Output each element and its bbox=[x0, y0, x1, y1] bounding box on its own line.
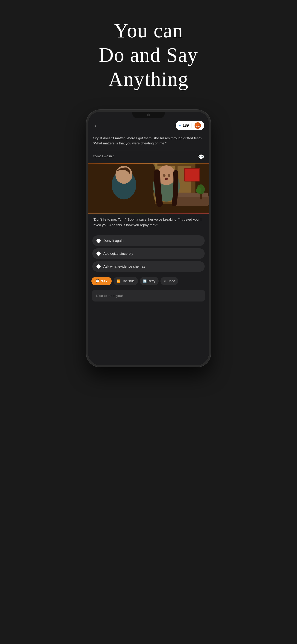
phone-screen: ‹ ♦ 189 🦊 fury. It doesn't matter where … bbox=[88, 112, 209, 365]
speaker-name: Tom: bbox=[93, 154, 101, 158]
hero-title: You can Do and Say Anything bbox=[85, 0, 212, 105]
choice-radio-apologize bbox=[96, 252, 100, 256]
undo-label: Undo bbox=[168, 279, 175, 283]
choice-radio-deny bbox=[96, 238, 100, 243]
divider-1 bbox=[93, 150, 204, 150]
choice-evidence[interactable]: Ask what evidence she has bbox=[92, 261, 205, 272]
phone-notch bbox=[132, 112, 164, 118]
continue-label: Continue bbox=[122, 279, 134, 283]
choice-label-evidence: Ask what evidence she has bbox=[103, 264, 145, 268]
dialogue-content: I wasn't bbox=[101, 154, 114, 158]
choice-radio-evidence bbox=[96, 264, 100, 268]
story-text-block: fury. It doesn't matter where I got them… bbox=[88, 132, 209, 149]
continue-icon: ⏩ bbox=[117, 280, 120, 283]
sophia-dialogue: "Don't lie to me, Tom," Sophia says, her… bbox=[88, 214, 209, 231]
continue-button[interactable]: ⏩ Continue bbox=[114, 277, 138, 285]
back-button[interactable]: ‹ bbox=[93, 122, 98, 130]
retry-label: Retry bbox=[148, 279, 156, 283]
dialogue-text: Tom: I wasn't bbox=[93, 154, 114, 158]
choice-apologize[interactable]: Apologize sincerely bbox=[92, 248, 205, 259]
text-input-area[interactable]: Nice to meet you! bbox=[92, 290, 205, 302]
gems-count: 189 bbox=[182, 124, 189, 128]
say-chat-icon: 💬 bbox=[96, 279, 100, 283]
say-button[interactable]: 💬 SAY bbox=[92, 277, 112, 286]
story-image bbox=[88, 163, 209, 214]
choice-label-apologize: Apologize sincerely bbox=[103, 252, 133, 256]
choices-section: Deny it again Apologize sincerely Ask wh… bbox=[88, 233, 209, 274]
gems-badge[interactable]: ♦ 189 🦊 bbox=[176, 121, 204, 130]
choice-label-deny: Deny it again bbox=[103, 238, 124, 242]
top-bar: ‹ ♦ 189 🦊 bbox=[88, 118, 209, 132]
say-button-label: SAY bbox=[101, 279, 108, 283]
phone-camera bbox=[147, 114, 150, 116]
chat-icon[interactable]: 💬 bbox=[198, 154, 204, 160]
input-placeholder-text: Nice to meet you! bbox=[96, 294, 123, 298]
retry-button[interactable]: 🔄 Retry bbox=[140, 277, 159, 285]
divider-2 bbox=[93, 232, 204, 232]
dialogue-line: Tom: I wasn't 💬 bbox=[88, 151, 209, 163]
avatar[interactable]: 🦊 bbox=[194, 122, 201, 129]
action-bar: 💬 SAY ⏩ Continue 🔄 Retry ↩ Undo bbox=[88, 274, 209, 288]
undo-button[interactable]: ↩ Undo bbox=[160, 277, 178, 285]
phone-mockup: ‹ ♦ 189 🦊 fury. It doesn't matter where … bbox=[86, 110, 211, 367]
undo-icon: ↩ bbox=[164, 280, 166, 283]
avatar-emoji: 🦊 bbox=[196, 123, 200, 128]
retry-icon: 🔄 bbox=[143, 280, 147, 283]
gem-icon: ♦ bbox=[179, 124, 181, 128]
svg-rect-18 bbox=[88, 164, 209, 212]
gems-divider bbox=[192, 124, 192, 128]
choice-deny[interactable]: Deny it again bbox=[92, 236, 205, 246]
bottom-section bbox=[0, 367, 297, 644]
